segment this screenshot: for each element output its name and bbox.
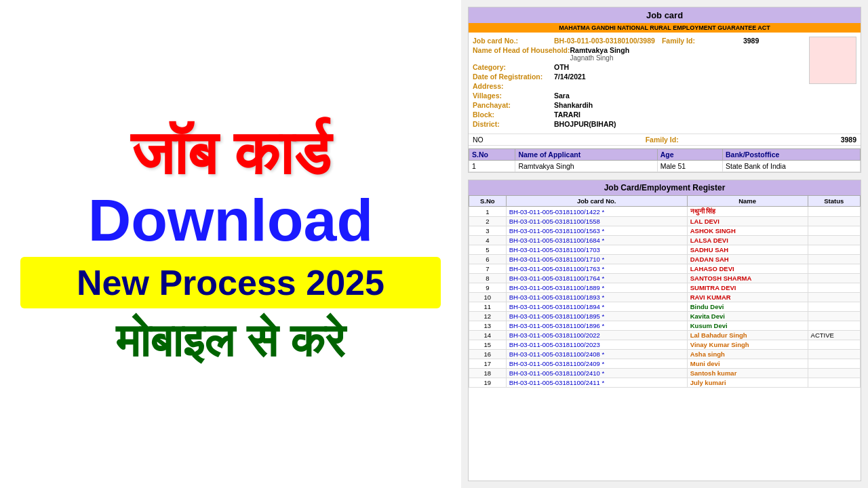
er-col-name: Name (687, 196, 808, 207)
er-name: SANTOSH SHARMA (687, 274, 808, 283)
category-value: OTH (554, 63, 569, 71)
er-jobcard[interactable]: BH-03-011-005-03181100/1703 (506, 245, 687, 255)
er-status (808, 245, 860, 255)
app-col-name: Name of Applicant (515, 149, 657, 161)
mgnrega-header: MAHATMA GANDHI NATIONAL RURAL EMPLOYMENT… (469, 23, 861, 33)
er-jobcard[interactable]: BH-03-011-005-03181100/1764 * (506, 274, 687, 283)
applicant-table: S.No Name of Applicant Age Bank/Postoffi… (469, 148, 861, 172)
photo-box (809, 37, 856, 84)
er-name: Bindu Devi (687, 302, 808, 312)
er-row: 2 BH-03-011-005-03181100/1558 LAL DEVI (469, 217, 861, 226)
er-status (808, 369, 860, 378)
er-name: LAL DEVI (687, 217, 808, 226)
district-value: BHOJPUR(BIHAR) (554, 120, 616, 128)
er-jobcard[interactable]: BH-03-011-005-03181100/1710 * (506, 255, 687, 264)
er-sno: 4 (469, 236, 507, 245)
er-sno: 17 (469, 359, 507, 369)
er-sno: 15 (469, 340, 507, 350)
er-sno: 16 (469, 350, 507, 359)
reg-date-value: 7/14/2021 (554, 73, 586, 81)
er-name: Santosh kumar (687, 369, 808, 378)
er-row: 19 BH-03-011-005-03181100/2411 * July ku… (469, 378, 861, 388)
er-status (808, 236, 860, 245)
er-sno: 8 (469, 274, 507, 283)
er-jobcard[interactable]: BH-03-011-005-03181100/2023 (506, 340, 687, 350)
er-status (808, 226, 860, 236)
er-jobcard[interactable]: BH-03-011-005-03181100/1684 * (506, 236, 687, 245)
district-label: District: (473, 120, 554, 128)
er-name: Lal Bahadur Singh (687, 331, 808, 340)
er-status (808, 378, 860, 388)
er-sno: 3 (469, 226, 507, 236)
er-name: Kusum Devi (687, 321, 808, 331)
job-card: Job card MAHATMA GANDHI NATIONAL RURAL E… (468, 7, 861, 173)
er-jobcard[interactable]: BH-03-011-005-03181100/1896 * (506, 321, 687, 331)
panchayat-row: Panchayat: Shankardih (473, 101, 802, 109)
er-sno: 2 (469, 217, 507, 226)
er-status (808, 312, 860, 321)
job-card-header: Job card (469, 7, 861, 23)
er-jobcard[interactable]: BH-03-011-005-03181100/2408 * (506, 350, 687, 359)
er-jobcard[interactable]: BH-03-011-005-03181100/1889 * (506, 283, 687, 293)
er-jobcard[interactable]: BH-03-011-005-03181100/2409 * (506, 359, 687, 369)
er-jobcard[interactable]: BH-03-011-005-03181100/2411 * (506, 378, 687, 388)
er-sno: 12 (469, 312, 507, 321)
er-header: Job Card/Employment Register (469, 180, 861, 195)
er-name: नथुनी सिंह (687, 207, 808, 217)
district-row: District: BHOJPUR(BIHAR) (473, 120, 802, 128)
er-jobcard[interactable]: BH-03-011-005-03181100/2410 * (506, 369, 687, 378)
download-text: Download (88, 190, 373, 250)
er-row: 4 BH-03-011-005-03181100/1684 * LALSA DE… (469, 236, 861, 245)
er-jobcard[interactable]: BH-03-011-005-03181100/2022 (506, 331, 687, 340)
app-name: Ramtvakya Singh (515, 161, 657, 172)
right-panel: Job card MAHATMA GANDHI NATIONAL RURAL E… (461, 0, 868, 488)
block-row: Block: TARARI (473, 110, 802, 119)
er-sno: 7 (469, 264, 507, 274)
er-name: LALSA DEVI (687, 236, 808, 245)
er-row: 18 BH-03-011-005-03181100/2410 * Santosh… (469, 369, 861, 378)
er-status (808, 283, 860, 293)
er-row: 9 BH-03-011-005-03181100/1889 * SUMITRA … (469, 283, 861, 293)
family-id2-label: Family Id: (646, 136, 679, 144)
er-jobcard[interactable]: BH-03-011-005-03181100/1422 * (506, 207, 687, 217)
job-card-no-value: BH-03-011-003-03180100/3989 (554, 37, 655, 45)
er-status (808, 302, 860, 312)
er-jobcard[interactable]: BH-03-011-005-03181100/1894 * (506, 302, 687, 312)
job-card-no-label: Job card No.: (473, 37, 554, 45)
app-col-sno: S.No (469, 149, 515, 161)
er-name: DADAN SAH (687, 255, 808, 264)
block-value: TARARI (554, 110, 580, 119)
er-status (808, 350, 860, 359)
address-row: Address: (473, 82, 802, 90)
name-values: Ramtvakya Singh Jagnath Singh (570, 46, 630, 62)
name-sub: Jagnath Singh (570, 54, 630, 62)
er-status: ACTIVE (808, 331, 860, 340)
er-jobcard[interactable]: BH-03-011-005-03181100/1893 * (506, 293, 687, 302)
er-status (808, 340, 860, 350)
er-sno: 18 (469, 369, 507, 378)
category-label: Category: (473, 63, 554, 71)
job-card-info: Job card No.: BH-03-011-003-03180100/398… (473, 37, 802, 129)
er-status (808, 255, 860, 264)
er-jobcard[interactable]: BH-03-011-005-03181100/1558 (506, 217, 687, 226)
village-row: Villages: Sara (473, 92, 802, 100)
er-jobcard[interactable]: BH-03-011-005-03181100/1563 * (506, 226, 687, 236)
er-name: July kumari (687, 378, 808, 388)
name-row: Name of Head of Household: Ramtvakya Sin… (473, 46, 802, 62)
er-name: Kavita Devi (687, 312, 808, 321)
er-table: S.No Job card No. Name Status 1 BH-03-01… (469, 195, 861, 388)
family-id-value-inline: 3989 (743, 37, 759, 45)
app-col-bank: Bank/Postoffice (723, 149, 861, 161)
er-jobcard[interactable]: BH-03-011-005-03181100/1895 * (506, 312, 687, 321)
new-process-box: New Process 2025 (20, 257, 441, 308)
new-process-text: New Process 2025 (34, 262, 427, 303)
er-row: 6 BH-03-011-005-03181100/1710 * DADAN SA… (469, 255, 861, 264)
er-row: 11 BH-03-011-005-03181100/1894 * Bindu D… (469, 302, 861, 312)
er-name: Muni devi (687, 359, 808, 369)
er-row: 12 BH-03-011-005-03181100/1895 * Kavita … (469, 312, 861, 321)
er-jobcard[interactable]: BH-03-011-005-03181100/1763 * (506, 264, 687, 274)
er-sno: 10 (469, 293, 507, 302)
er-sno: 14 (469, 331, 507, 340)
er-sno: 1 (469, 207, 507, 217)
er-row: 8 BH-03-011-005-03181100/1764 * SANTOSH … (469, 274, 861, 283)
